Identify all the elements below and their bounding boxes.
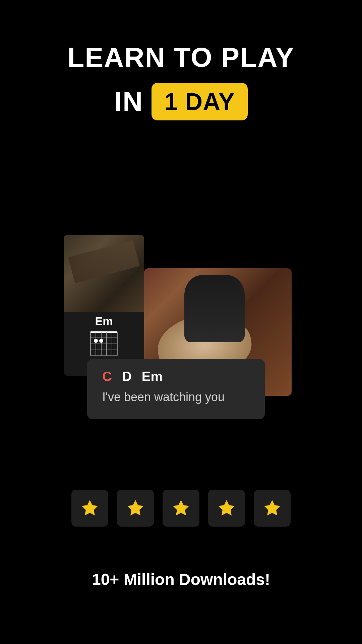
chord-fretboard-diagram [87, 330, 121, 359]
duration-badge: 1 DAY [152, 83, 247, 120]
star-icon [171, 498, 191, 518]
star-icon [217, 498, 236, 518]
header: LEARN TO PLAY IN 1 DAY [0, 0, 362, 120]
star-icon [262, 498, 282, 518]
preview-area: Em C D Em I' [64, 235, 298, 423]
star-box [254, 490, 291, 527]
star-box [117, 490, 154, 527]
downloads-stat: 10+ Million Downloads! [92, 570, 270, 589]
chord-active: C [102, 369, 112, 384]
chord-fingering-photo [64, 235, 144, 312]
star-box [208, 490, 245, 527]
headline-line2: IN 1 DAY [114, 83, 247, 120]
chord-next: D [122, 369, 132, 384]
star-icon [80, 498, 100, 518]
chord-name-label: Em [64, 315, 144, 328]
headline-prefix: IN [114, 86, 143, 117]
star-box [163, 490, 199, 527]
chord-diagram-card: Em [64, 235, 144, 376]
lyrics-chord-card: C D Em I've been watching you [87, 359, 265, 419]
star-icon [126, 498, 145, 518]
headline-line1: LEARN TO PLAY [0, 44, 362, 71]
rating-stars-row [71, 490, 291, 527]
chord-next: Em [142, 369, 163, 384]
chord-progression: C D Em [102, 369, 250, 384]
svg-point-12 [99, 339, 103, 343]
lyrics-line: I've been watching you [102, 390, 250, 404]
star-box [71, 490, 108, 527]
svg-point-11 [94, 339, 98, 343]
